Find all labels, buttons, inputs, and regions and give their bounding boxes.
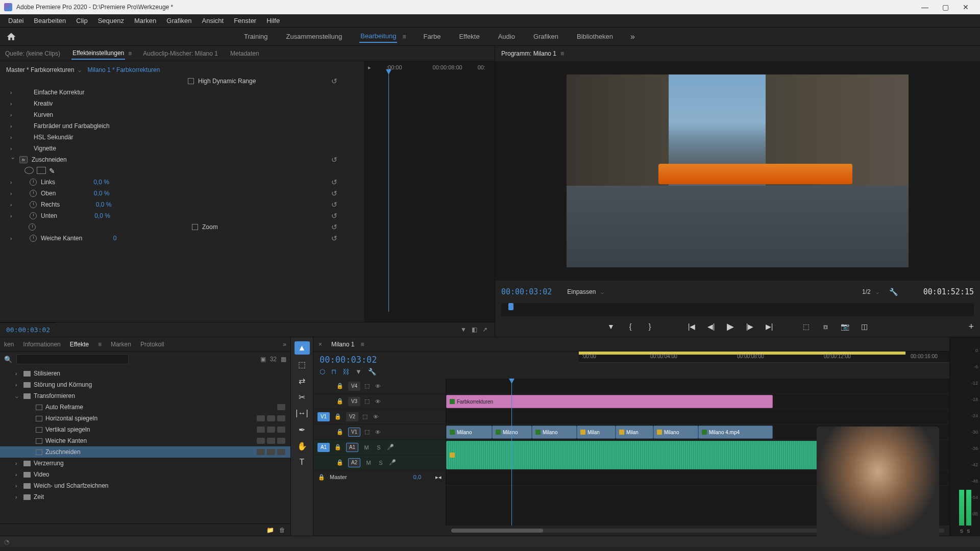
clip-video[interactable]: Milan	[616, 425, 653, 439]
group-kurven[interactable]: Kurven	[34, 111, 53, 118]
chevron-icon[interactable]: ⌵	[15, 393, 20, 399]
clip-video[interactable]: Milano	[653, 425, 698, 439]
stopwatch-icon[interactable]	[30, 179, 37, 186]
track-a2-label[interactable]: A2	[348, 458, 360, 467]
mark-in-button[interactable]: {	[624, 320, 636, 333]
stopwatch-icon[interactable]	[30, 190, 37, 197]
clip-video[interactable]: Milano	[446, 425, 492, 439]
timeline-ruler[interactable]: :00:00 00:00:04:00 00:00:08:00 00:00:12:…	[579, 352, 949, 363]
tree-folder[interactable]: ›Stilisieren	[0, 368, 290, 379]
go-to-out-button[interactable]: ▶|	[763, 320, 775, 333]
reset-icon[interactable]: ↺	[331, 212, 337, 220]
reset-icon[interactable]: ↺	[331, 189, 337, 197]
tab-quelle[interactable]: Quelle: (keine Clips)	[4, 48, 61, 59]
menu-ansicht[interactable]: Ansicht	[197, 15, 229, 27]
lock-icon[interactable]: 🔒	[336, 429, 344, 435]
toggle-sync-icon[interactable]: ⬚	[362, 413, 368, 420]
ws-training[interactable]: Training	[243, 31, 268, 42]
insert-mode-icon[interactable]: ⬡	[320, 368, 325, 375]
maximize-button[interactable]: ▢	[935, 0, 955, 14]
ws-menu-icon[interactable]: ≡	[402, 33, 406, 40]
solo-s[interactable]: S	[967, 529, 970, 534]
eye-icon[interactable]: 👁	[374, 383, 382, 389]
tree-folder[interactable]: ›Störung und Körnung	[0, 379, 290, 390]
tab-audiomischer[interactable]: Audioclip-Mischer: Milano 1	[142, 48, 219, 59]
sequence-menu-icon[interactable]: ≡	[360, 341, 364, 348]
chevron-right-icon[interactable]: ›	[10, 213, 15, 219]
tab-menu-icon[interactable]: ≡	[98, 341, 102, 348]
program-fit-dropdown[interactable]: Einpassen	[567, 288, 596, 295]
chevron-down-icon[interactable]: ›	[10, 157, 16, 162]
step-back-button[interactable]: ◀|	[705, 320, 717, 333]
source-a1[interactable]: A1	[317, 443, 330, 452]
toggle-sync-icon[interactable]: ⬚	[364, 429, 370, 435]
tree-preset[interactable]: Weiche Kanten	[0, 435, 290, 446]
tree-preset[interactable]: Horizontal spiegeln	[0, 413, 290, 424]
button-editor-icon[interactable]: +	[968, 321, 974, 332]
reset-icon[interactable]: ↺	[331, 178, 337, 186]
clip-video[interactable]: Milano	[532, 425, 577, 439]
lock-icon[interactable]: 🔒	[336, 459, 344, 466]
chevron-icon[interactable]: ›	[15, 461, 20, 466]
tab-informationen[interactable]: Informationen	[23, 341, 60, 348]
timeline-playhead[interactable]	[511, 379, 512, 525]
minimize-button[interactable]: —	[915, 0, 935, 14]
menu-marken[interactable]: Marken	[129, 15, 161, 27]
track-v2-label[interactable]: V2	[346, 412, 358, 421]
chevron-icon[interactable]: ›	[15, 472, 20, 478]
eye-icon[interactable]: 👁	[374, 429, 382, 435]
extract-button[interactable]: ⧈	[819, 320, 831, 333]
ws-overflow-icon[interactable]: »	[630, 32, 635, 41]
hand-tool[interactable]: ✋	[295, 439, 310, 453]
lock-icon[interactable]: 🔒	[336, 383, 344, 389]
group-kreativ[interactable]: Kreativ	[34, 100, 53, 107]
menu-fenster[interactable]: Fenster	[229, 15, 261, 27]
effect-timecode[interactable]: 00:00:03:02	[0, 322, 56, 337]
tab-marken[interactable]: Marken	[111, 341, 131, 348]
chevron-icon[interactable]: ›	[15, 483, 20, 489]
filter-yuv-icon[interactable]: ▦	[281, 356, 286, 363]
filter-accel-icon[interactable]: ▣	[260, 356, 266, 363]
chevron-down-icon[interactable]: ⌵	[601, 289, 604, 295]
menu-datei[interactable]: Datei	[3, 15, 29, 27]
chevron-right-icon[interactable]: ›	[10, 123, 15, 129]
chevron-right-icon[interactable]: ›	[10, 146, 15, 152]
add-marker-icon[interactable]: ▼	[355, 368, 362, 375]
playhead-toggle-icon[interactable]: ▸	[368, 64, 371, 71]
type-tool[interactable]: T	[295, 456, 310, 469]
close-button[interactable]: ✕	[955, 0, 976, 14]
snap-icon[interactable]: ⊓	[331, 368, 336, 375]
chevron-right-icon[interactable]: ›	[10, 101, 15, 107]
clip-audio[interactable]	[446, 441, 834, 469]
toggle-sync-icon[interactable]: ⬚	[364, 383, 370, 389]
clip-video[interactable]: Milan	[577, 425, 616, 439]
effect-playhead[interactable]	[388, 72, 389, 312]
tree-folder[interactable]: ›Verzerrung	[0, 458, 290, 469]
lock-icon[interactable]: 🔒	[334, 444, 342, 450]
lift-button[interactable]: ⬚	[800, 320, 812, 333]
tree-folder[interactable]: ›Zeit	[0, 491, 290, 503]
group-hsl[interactable]: HSL Sekundär	[34, 134, 74, 141]
chevron-icon[interactable]: ›	[15, 382, 20, 388]
razor-tool[interactable]: ✂	[295, 390, 310, 404]
tree-folder[interactable]: ⌵Transformieren	[0, 390, 290, 402]
mask-ellipse-button[interactable]	[24, 167, 34, 174]
hdr-checkbox[interactable]	[188, 78, 194, 84]
program-zoom-dropdown[interactable]: 1/2	[862, 288, 871, 295]
param-unten-value[interactable]: 0,0 %	[94, 212, 110, 219]
search-icon[interactable]: 🔍	[4, 356, 12, 363]
tree-folder[interactable]: ›Weich- und Scharfzeichnen	[0, 480, 290, 491]
tab-protokoll[interactable]: Protokoll	[140, 341, 164, 348]
program-scrubber[interactable]	[501, 303, 974, 316]
ws-zusammenstellung[interactable]: Zusammenstellung	[285, 31, 343, 42]
group-farbraeder[interactable]: Farbräder und Farbabgleich	[34, 122, 110, 130]
mute-button[interactable]: M	[362, 444, 371, 450]
track-v3-label[interactable]: V3	[348, 397, 360, 406]
program-timecode[interactable]: 00:00:03:02	[501, 287, 552, 296]
effects-tree[interactable]: ›Stilisieren›Störung und Körnung⌵Transfo…	[0, 367, 290, 523]
comparison-button[interactable]: ◫	[858, 320, 870, 333]
master-clip-label[interactable]: Master * Farbkorrekturen	[6, 66, 74, 73]
add-marker-button[interactable]: ▼	[605, 320, 617, 333]
filter-32bit-icon[interactable]: 32	[270, 356, 277, 363]
param-rechts-value[interactable]: 0,0 %	[96, 201, 112, 208]
